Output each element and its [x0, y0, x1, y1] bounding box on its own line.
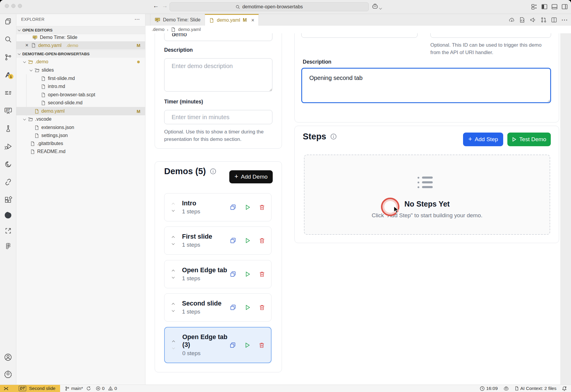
open-editor-demo-yaml[interactable]: × demo.yaml .demo M	[16, 41, 145, 49]
command-center-search[interactable]: demotime-open-browsertabs	[170, 2, 369, 11]
cloud-download-icon[interactable]	[509, 17, 515, 23]
tree-item-vscode-folder[interactable]: .vscode	[16, 115, 145, 123]
trash-icon[interactable]	[258, 342, 265, 349]
tree-item-settings-json[interactable]: settings.json	[16, 131, 145, 140]
edge-browser-icon[interactable]	[3, 210, 13, 220]
list-settings-icon[interactable]	[3, 88, 13, 97]
duplicate-icon[interactable]	[230, 304, 236, 311]
copilot-icon[interactable]	[372, 4, 378, 11]
play-icon[interactable]	[244, 342, 251, 349]
demo-description-textarea[interactable]	[164, 58, 272, 92]
move-up-icon[interactable]	[172, 303, 175, 306]
explorer-more-actions-icon[interactable]: ⋯	[134, 16, 140, 23]
duplicate-icon[interactable]	[230, 237, 236, 244]
tree-item-second-slide[interactable]: second-slide.md	[16, 99, 145, 107]
play-icon[interactable]	[244, 237, 251, 244]
breadcrumb-file[interactable]: demo.yaml	[178, 27, 201, 32]
trash-icon[interactable]	[259, 304, 265, 311]
tree-item-gitattributes[interactable]: .gitattributes	[16, 139, 145, 148]
move-down-icon[interactable]	[172, 242, 175, 245]
testing-flask-icon[interactable]	[3, 124, 13, 133]
customize-layout-icon[interactable]	[531, 4, 537, 11]
trash-icon[interactable]	[259, 271, 265, 278]
linked-loops-icon[interactable]	[3, 177, 13, 187]
move-down-icon[interactable]	[172, 309, 175, 312]
ai-context-item[interactable]: AI Context: 2 files	[514, 386, 556, 391]
source-control-icon[interactable]	[3, 52, 13, 62]
demo-id-input[interactable]	[430, 33, 551, 38]
demo-time-status-item[interactable]: DT Second slide	[0, 385, 60, 392]
duplicate-icon[interactable]	[230, 271, 236, 278]
demo-time-icon[interactable]: DT	[3, 106, 13, 115]
search-icon[interactable]	[3, 34, 13, 44]
demo-item-intro[interactable]: Intro1 steps	[164, 193, 272, 221]
zoom-window-button[interactable]	[18, 4, 22, 8]
problems-item[interactable]: 0 0	[96, 386, 117, 391]
open-editor-demo-time-slide[interactable]: DT Demo Time: Slide	[16, 33, 145, 41]
explorer-icon[interactable]	[3, 17, 13, 26]
move-down-icon[interactable]	[172, 209, 175, 212]
close-window-button[interactable]	[5, 4, 9, 8]
tree-item-intro[interactable]: intro.md	[16, 82, 145, 91]
toggle-secondary-sidebar-icon[interactable]	[561, 4, 568, 11]
duplicate-icon[interactable]	[230, 204, 236, 211]
trash-icon[interactable]	[259, 204, 265, 211]
test-demo-button[interactable]: Test Demo	[507, 133, 551, 146]
clock-item[interactable]: 16:09	[480, 386, 498, 391]
move-up-icon[interactable]	[172, 341, 175, 344]
account-icon[interactable]	[3, 352, 13, 362]
info-icon[interactable]	[330, 133, 337, 140]
move-down-icon[interactable]	[172, 346, 175, 349]
notifications-item[interactable]	[562, 386, 567, 391]
megaphone-icon[interactable]	[529, 17, 537, 23]
demo-title-input[interactable]: demo	[164, 33, 272, 41]
sync-icon[interactable]	[86, 386, 91, 391]
tree-item-demo-folder[interactable]: .demo	[16, 58, 145, 66]
extensions-icon[interactable]	[3, 195, 13, 204]
move-up-icon[interactable]	[172, 203, 175, 206]
add-demo-button[interactable]: + Add Demo	[229, 170, 273, 183]
tree-item-extensions-json[interactable]: extensions.json	[16, 123, 145, 132]
play-icon[interactable]	[244, 204, 251, 211]
git-branch-item[interactable]: main*	[65, 386, 91, 391]
tab-demo-yaml[interactable]: demo.yaml M ×	[205, 14, 259, 26]
chevron-down-icon[interactable]	[379, 5, 382, 11]
demo-item-second-slide[interactable]: Second slide1 steps	[164, 293, 272, 322]
minimize-window-button[interactable]	[11, 4, 15, 8]
toggle-primary-sidebar-icon[interactable]	[541, 4, 548, 11]
swirl-extension-icon[interactable]	[3, 159, 13, 169]
move-up-icon[interactable]	[172, 236, 175, 239]
play-icon[interactable]	[244, 304, 251, 311]
export-frame-icon[interactable]	[3, 226, 13, 235]
info-icon[interactable]	[210, 168, 216, 174]
play-icon[interactable]	[244, 271, 251, 278]
breadcrumb[interactable]: .demo › demo.yaml	[145, 26, 571, 33]
workspace-section-header[interactable]: DEMOTIME-OPEN-BROWSERTABS	[16, 50, 145, 58]
more-actions-icon[interactable]: ⋯	[561, 16, 568, 24]
demo-item-first-slide[interactable]: First slide1 steps	[164, 226, 272, 255]
detail-description-textarea[interactable]: Opening second tab	[301, 68, 551, 103]
close-icon[interactable]: ×	[25, 42, 29, 48]
tree-item-demo-yaml[interactable]: demo.yaml M	[16, 107, 145, 115]
tree-item-readme[interactable]: README.md	[16, 147, 145, 156]
toggle-panel-icon[interactable]	[551, 4, 558, 11]
run-debug-icon[interactable]	[3, 141, 13, 151]
tree-item-first-slide[interactable]: first-slide.md	[16, 74, 145, 83]
add-step-button[interactable]: + Add Step	[463, 133, 503, 146]
demo-name-input[interactable]	[301, 33, 418, 38]
tree-item-slides-folder[interactable]: slides	[16, 66, 145, 74]
tree-item-open-browser-tab[interactable]: open-browser-tab.scpt	[16, 91, 145, 99]
no-steps-dropzone[interactable]: No Steps Yet Click "Add Step" to start b…	[304, 155, 550, 235]
back-arrow[interactable]: ←	[152, 2, 160, 9]
trash-icon[interactable]	[259, 237, 265, 244]
figma-icon[interactable]	[3, 241, 13, 251]
move-up-icon[interactable]	[172, 270, 175, 273]
breadcrumb-folder[interactable]: .demo	[152, 27, 164, 32]
tab-demo-time-slide[interactable]: DT Demo Time: Slide	[150, 14, 205, 26]
timer-input[interactable]	[164, 110, 272, 124]
settings-gear-icon[interactable]	[3, 369, 13, 379]
remote-icon[interactable]	[4, 386, 9, 391]
close-icon[interactable]: ×	[251, 17, 255, 23]
move-down-icon[interactable]	[172, 275, 175, 278]
copilot-status-item[interactable]	[503, 386, 509, 391]
